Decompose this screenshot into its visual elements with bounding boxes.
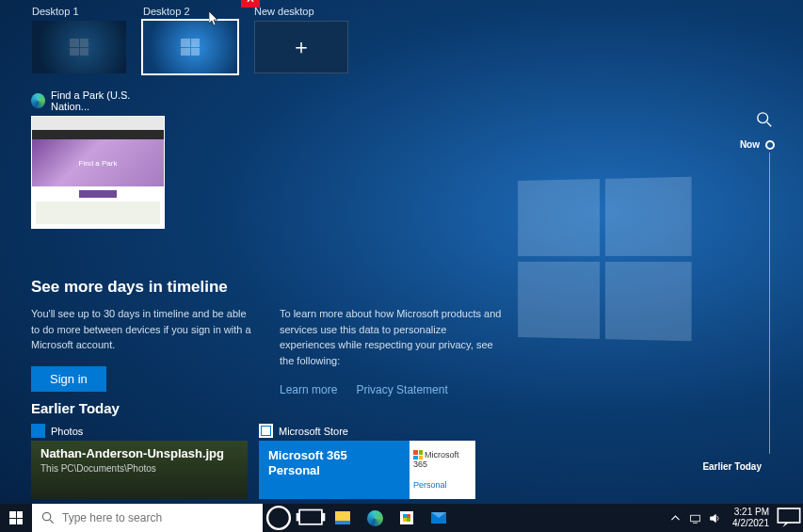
svg-point-2 — [42, 512, 50, 520]
virtual-desktop-switcher: Desktop 1 Desktop 2 ✕ New desktop ＋ — [0, 0, 803, 73]
svg-line-1 — [767, 122, 772, 127]
svg-line-3 — [50, 520, 54, 524]
edge-button[interactable] — [359, 504, 391, 532]
cortana-button[interactable] — [263, 504, 295, 532]
desktop-1-label: Desktop 1 — [32, 6, 126, 17]
notification-icon — [775, 504, 803, 532]
action-center-button[interactable] — [775, 504, 803, 532]
desktop-1-thumb[interactable] — [32, 21, 126, 73]
svg-rect-7 — [322, 513, 325, 522]
activity-card-photos[interactable]: Photos Nathan-Anderson-Unsplash.jpg This… — [31, 424, 248, 499]
activity-card-edge[interactable]: Find a Park (U.S. Nation... Find a Park — [31, 89, 165, 229]
timeline-scrubber-track[interactable] — [769, 153, 770, 454]
privacy-statement-link[interactable]: Privacy Statement — [356, 381, 447, 398]
learn-more-link[interactable]: Learn more — [280, 381, 337, 398]
network-icon[interactable] — [689, 512, 701, 524]
folder-icon — [335, 511, 350, 524]
activity-card-thumbnail[interactable]: Find a Park — [31, 116, 165, 229]
svg-rect-8 — [691, 515, 700, 522]
desktop-2[interactable]: Desktop 2 ✕ — [143, 6, 237, 73]
microsoft-store-button[interactable] — [391, 504, 423, 532]
earlier-today-section: Earlier Today Photos Nathan-Anderson-Uns… — [31, 400, 596, 499]
mail-button[interactable] — [423, 504, 455, 532]
new-desktop-thumb[interactable]: ＋ — [254, 21, 348, 73]
store-icon — [400, 511, 413, 524]
windows-icon — [9, 511, 23, 524]
desktop-2-thumb[interactable] — [143, 21, 237, 73]
sign-in-button[interactable]: Sign in — [31, 366, 106, 392]
search-input[interactable] — [62, 511, 253, 524]
svg-point-4 — [267, 507, 290, 529]
svg-rect-5 — [299, 510, 322, 524]
timeline-search-button[interactable] — [756, 111, 773, 128]
taskbar-clock[interactable]: 3:21 PM 4/2/2021 — [727, 507, 775, 529]
edge-icon — [367, 510, 383, 526]
plus-icon: ＋ — [291, 33, 312, 61]
store-icon — [259, 424, 273, 438]
timeline-earlier-marker[interactable]: Earlier Today — [702, 461, 762, 472]
activity-card-title: Find a Park (U.S. Nation... — [51, 89, 165, 112]
timeline-now-marker[interactable]: Now — [740, 139, 775, 150]
volume-icon[interactable] — [709, 512, 721, 524]
photo-path: This PC\Documents\Photos — [40, 463, 238, 474]
clock-time: 3:21 PM — [732, 507, 769, 518]
edge-icon — [31, 93, 45, 108]
svg-rect-6 — [297, 513, 299, 522]
system-tray[interactable] — [664, 512, 727, 524]
chevron-up-icon[interactable] — [669, 512, 682, 524]
timeline-desc-1: You'll see up to 30 days in timeline and… — [31, 306, 253, 353]
now-dot-icon — [765, 140, 775, 150]
task-view-button[interactable] — [295, 504, 327, 532]
search-icon — [41, 511, 55, 524]
store-item-title: Microsoft 365 Personal — [268, 448, 400, 477]
photos-icon — [31, 424, 45, 438]
microsoft-logo-icon — [413, 450, 423, 459]
store-app-label: Microsoft Store — [279, 426, 348, 437]
new-desktop-label: New desktop — [254, 6, 348, 17]
timeline-promo: See more days in timeline You'll see up … — [31, 278, 502, 398]
svg-point-0 — [758, 113, 768, 123]
clock-date: 4/2/2021 — [732, 518, 769, 529]
activity-card-store[interactable]: Microsoft Store Microsoft 365 Personal M… — [259, 424, 475, 499]
svg-rect-10 — [778, 508, 799, 523]
desktop-2-label: Desktop 2 — [143, 6, 237, 17]
desktop-1[interactable]: Desktop 1 — [32, 6, 126, 73]
mail-icon — [431, 512, 446, 524]
new-desktop[interactable]: New desktop ＋ — [254, 6, 348, 73]
file-explorer-button[interactable] — [327, 504, 359, 532]
timeline-desc-2: To learn more about how Microsoft produc… — [280, 306, 502, 368]
taskbar: 3:21 PM 4/2/2021 — [0, 504, 803, 532]
circle-icon — [263, 502, 295, 532]
taskbar-search[interactable] — [32, 504, 263, 532]
close-desktop-button[interactable]: ✕ — [241, 0, 260, 8]
task-view-icon — [295, 502, 327, 532]
timeline-heading: See more days in timeline — [31, 278, 502, 297]
photos-app-label: Photos — [51, 426, 83, 437]
earlier-today-heading: Earlier Today — [31, 400, 596, 416]
start-button[interactable] — [0, 504, 32, 532]
windows-logo-watermark — [518, 177, 691, 341]
photo-filename: Nathan-Anderson-Unsplash.jpg — [40, 446, 238, 461]
